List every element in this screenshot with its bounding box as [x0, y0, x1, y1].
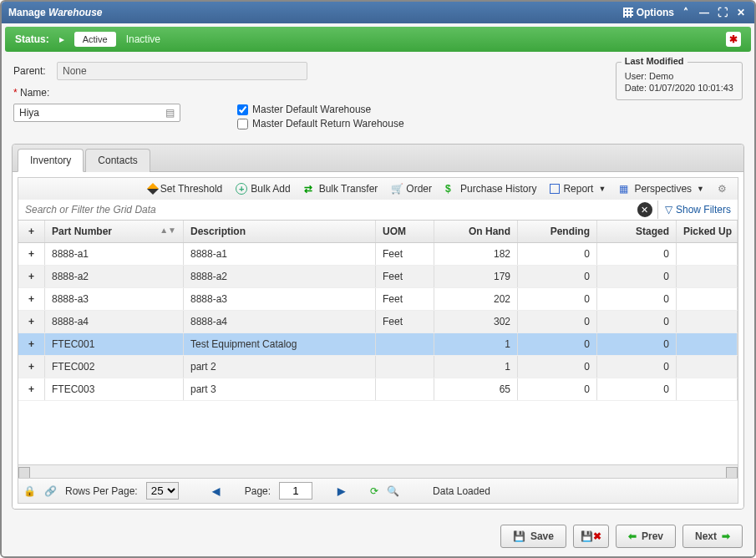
status-close-button[interactable]: ✱ [726, 32, 741, 47]
page-label: Page: [245, 485, 271, 497]
row-expand-button[interactable]: + [18, 311, 45, 332]
cell-pending: 0 [518, 266, 597, 287]
status-inactive-link[interactable]: Inactive [126, 33, 160, 45]
cell-part-number: FTEC002 [45, 356, 184, 378]
row-expand-button[interactable]: + [18, 356, 45, 378]
status-bar: Status: ▸ Active Inactive ✱ [5, 27, 751, 52]
clear-search-button[interactable]: ✕ [637, 202, 652, 217]
minimize-button[interactable]: — [698, 6, 711, 19]
table-row[interactable]: +8888-a38888-a3Feet20200 [18, 288, 738, 311]
rows-per-page-select[interactable]: 25 [146, 482, 179, 500]
purchase-history-button[interactable]: $Purchase History [440, 181, 541, 196]
maximize-button[interactable]: ⛶ [716, 6, 729, 19]
show-filters-button[interactable]: ▽ Show Filters [657, 200, 738, 219]
col-description[interactable]: Description [184, 221, 376, 242]
col-expand[interactable]: + [18, 221, 45, 242]
cell-description: 8888-a4 [184, 311, 376, 332]
options-button[interactable]: Options [623, 7, 674, 18]
col-on-hand[interactable]: On Hand [434, 221, 518, 242]
cell-staged: 0 [597, 378, 677, 400]
page-input[interactable] [279, 482, 312, 500]
close-window-button[interactable]: ✕ [734, 6, 748, 19]
cell-description: 8888-a3 [184, 288, 376, 310]
settings-gear-button[interactable]: ⚙ [713, 181, 734, 196]
table-row[interactable]: +8888-a28888-a2Feet17900 [18, 266, 738, 288]
master-default-checkbox[interactable] [237, 104, 248, 115]
pencil-icon [147, 183, 159, 195]
tab-contacts[interactable]: Contacts [85, 149, 150, 172]
cell-uom: Feet [376, 243, 434, 265]
zoom-button[interactable]: 🔍 [387, 485, 399, 497]
perspectives-button[interactable]: ▦Perspectives▼ [614, 181, 709, 196]
row-expand-button[interactable]: + [18, 266, 45, 287]
cell-part-number: FTEC001 [45, 333, 184, 355]
parent-field[interactable]: None [57, 62, 307, 80]
bulk-transfer-button[interactable]: ⇄Bulk Transfer [299, 181, 383, 196]
window-title: Manage Warehouse [8, 7, 102, 18]
set-threshold-button[interactable]: Set Threshold [144, 181, 228, 196]
cell-on-hand: 202 [434, 288, 518, 310]
lock-icon[interactable]: 🔒 [23, 485, 36, 497]
cell-picked-up [677, 356, 738, 378]
table-row[interactable]: +FTEC002part 2100 [18, 356, 738, 378]
last-modified-title: Last Modified [622, 56, 688, 66]
col-pending[interactable]: Pending [518, 221, 597, 242]
master-return-checkbox[interactable] [237, 119, 248, 129]
grid-toolbar: Set Threshold +Bulk Add ⇄Bulk Transfer 🛒… [18, 177, 738, 200]
report-icon [550, 184, 560, 194]
name-picker-icon[interactable]: ▤ [165, 107, 175, 119]
table-row[interactable]: +8888-a18888-a1Feet18200 [18, 243, 738, 266]
arrow-left-icon: ⬅ [628, 530, 637, 542]
name-input[interactable]: Hiya ▤ [13, 104, 180, 122]
col-part-number[interactable]: Part Number▲▼ [45, 221, 184, 242]
plus-circle-icon: + [236, 183, 247, 195]
cell-part-number: 8888-a3 [45, 288, 184, 310]
horizontal-scrollbar[interactable] [18, 464, 738, 478]
bulk-add-button[interactable]: +Bulk Add [231, 181, 295, 196]
save-button[interactable]: 💾Save [500, 525, 566, 548]
cell-uom [376, 333, 434, 355]
cell-description: Test Equipment Catalog [184, 333, 376, 355]
rows-per-page-label: Rows Per Page: [65, 485, 138, 497]
col-staged[interactable]: Staged [597, 221, 677, 242]
manage-warehouse-window: Manage Warehouse Options ˄ — ⛶ ✕ Status:… [0, 0, 756, 558]
cell-staged: 0 [597, 243, 677, 265]
link-icon[interactable]: 🔗 [44, 485, 57, 497]
cell-staged: 0 [597, 311, 677, 332]
cart-icon: 🛒 [391, 183, 403, 195]
cell-part-number: FTEC003 [45, 378, 184, 400]
col-picked-up[interactable]: Picked Up [677, 221, 738, 242]
page-next-button[interactable]: ▶ [337, 485, 345, 497]
grid-search-input[interactable] [18, 200, 637, 220]
order-button[interactable]: 🛒Order [386, 181, 437, 196]
status-active-pill[interactable]: Active [74, 32, 116, 47]
refresh-button[interactable]: ⟳ [370, 485, 378, 497]
cell-picked-up [677, 333, 738, 355]
prev-button[interactable]: ⬅Prev [616, 525, 676, 548]
cell-on-hand: 1 [434, 356, 518, 378]
cell-picked-up [677, 288, 738, 310]
tab-inventory[interactable]: Inventory [18, 149, 84, 172]
page-prev-button[interactable]: ◀ [212, 485, 220, 497]
row-expand-button[interactable]: + [18, 288, 45, 310]
collapse-button[interactable]: ˄ [679, 6, 693, 19]
table-row[interactable]: +8888-a48888-a4Feet30200 [18, 311, 738, 333]
row-expand-button[interactable]: + [18, 333, 45, 355]
cell-uom [376, 378, 434, 400]
cell-description: part 2 [184, 356, 376, 378]
delete-button[interactable]: 💾✖ [573, 525, 609, 548]
save-icon: 💾 [513, 530, 525, 542]
status-caret-icon: ▸ [59, 33, 64, 45]
table-row[interactable]: +FTEC003part 36500 [18, 378, 738, 401]
cell-picked-up [677, 243, 738, 265]
table-row[interactable]: +FTEC001Test Equipment Catalog100 [18, 333, 738, 356]
report-button[interactable]: Report▼ [545, 181, 611, 196]
col-uom[interactable]: UOM [376, 221, 434, 242]
status-label: Status: [15, 33, 49, 45]
grid-body: +8888-a18888-a1Feet18200+8888-a28888-a2F… [18, 243, 738, 464]
row-expand-button[interactable]: + [18, 243, 45, 265]
cell-pending: 0 [518, 356, 597, 378]
row-expand-button[interactable]: + [18, 378, 45, 400]
cell-pending: 0 [518, 243, 597, 265]
next-button[interactable]: Next➡ [682, 525, 743, 548]
